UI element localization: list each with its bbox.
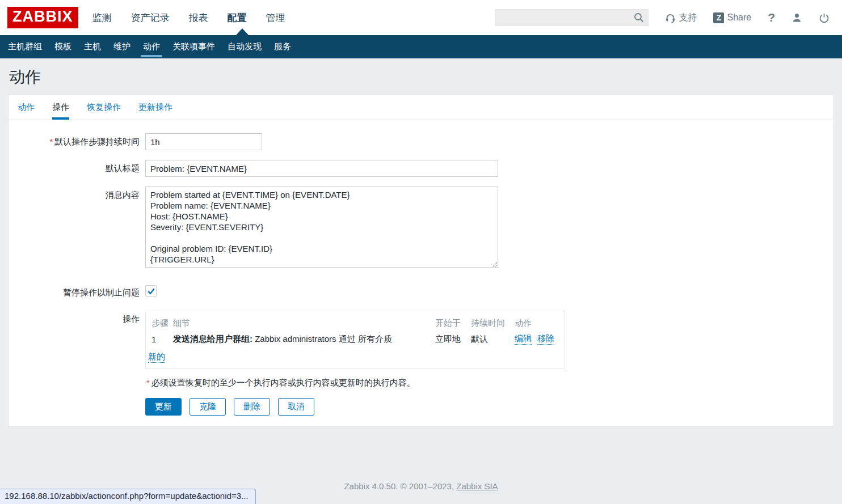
- delete-button[interactable]: 删除: [234, 398, 270, 416]
- pause-checkbox[interactable]: [145, 285, 157, 297]
- col-details: 细节: [173, 318, 435, 329]
- menu-item-inventory[interactable]: 资产记录: [131, 11, 170, 24]
- subnav-item-actions[interactable]: 动作: [143, 35, 160, 58]
- support-label: 支持: [679, 12, 697, 24]
- menu-item-reports[interactable]: 报表: [189, 11, 208, 24]
- col-duration: 持续时间: [471, 318, 515, 329]
- header-right-tools: 支持 Z Share ?: [495, 9, 830, 26]
- operation-details-type: 发送消息给用户群组:: [173, 334, 252, 344]
- row-message-content: 消息内容 Problem started at {EVENT.TIME} on …: [9, 187, 833, 269]
- search-input[interactable]: [495, 9, 649, 26]
- subnav-item-services[interactable]: 服务: [274, 35, 291, 58]
- message-content-label: 消息内容: [9, 187, 140, 204]
- row-pause-operations: 暂停操作以制止问题: [9, 284, 833, 301]
- pause-operations-label: 暂停操作以制止问题: [9, 284, 140, 301]
- power-icon: [819, 12, 830, 23]
- row-default-subject: 默认标题: [9, 160, 833, 177]
- share-label: Share: [727, 12, 751, 23]
- form-buttons: 更新 克隆 删除 取消: [145, 398, 833, 416]
- required-mark: *: [146, 378, 150, 387]
- footer-text: Zabbix 4.0.50. © 2001–2023,: [344, 481, 456, 491]
- share-link[interactable]: Z Share: [713, 12, 751, 23]
- operation-new-link[interactable]: 新的: [148, 351, 165, 363]
- clone-button[interactable]: 克隆: [190, 398, 226, 416]
- check-icon: [147, 287, 155, 295]
- default-subject-label: 默认标题: [9, 160, 140, 177]
- update-button[interactable]: 更新: [145, 398, 182, 416]
- logout-button[interactable]: [819, 12, 830, 23]
- headset-icon: [665, 12, 676, 23]
- zabbix-share-icon: Z: [713, 12, 724, 23]
- default-subject-input[interactable]: [145, 160, 498, 177]
- tab-action[interactable]: 动作: [18, 95, 35, 120]
- menu-item-monitoring[interactable]: 监测: [92, 11, 112, 24]
- page-title: 动作: [0, 58, 842, 95]
- default-step-duration-label: *默认操作步骤持续时间: [9, 133, 140, 150]
- browser-status-url: 192.168.88.10/zabbix/actionconf.php?form…: [0, 489, 256, 504]
- tab-recovery-operations[interactable]: 恢复操作: [87, 95, 121, 120]
- menu-item-configuration[interactable]: 配置: [228, 11, 247, 24]
- default-step-duration-input[interactable]: [145, 133, 262, 150]
- col-action: 动作: [515, 318, 559, 329]
- operations-form: *默认操作步骤持续时间 默认标题 消息内容 Problem started at…: [9, 120, 833, 416]
- operation-start-in: 立即地: [435, 334, 471, 345]
- cancel-button[interactable]: 取消: [278, 398, 314, 416]
- operations-header-row: 步骤 细节 开始于 持续时间 动作: [151, 316, 559, 331]
- action-form-panel: 动作 操作 恢复操作 更新操作 *默认操作步骤持续时间 默认标题 消息内容 Pr…: [8, 95, 834, 427]
- subnav-item-event-correlation[interactable]: 关联项事件: [172, 35, 215, 58]
- operation-step: 1: [151, 334, 173, 344]
- tab-operations[interactable]: 操作: [52, 95, 69, 120]
- operations-table: 步骤 细节 开始于 持续时间 动作 1 发送消息给用户群组: Zabbix ad…: [145, 311, 565, 369]
- operation-row: 1 发送消息给用户群组: Zabbix administrators 通过 所有…: [151, 331, 559, 348]
- help-button[interactable]: ?: [768, 11, 775, 24]
- row-operations-table: 操作 步骤 细节 开始于 持续时间 动作 1 发送消息给用户群组: Zabbix…: [9, 311, 833, 369]
- row-default-step-duration: *默认操作步骤持续时间: [9, 133, 833, 150]
- operation-remove-link[interactable]: 移除: [537, 333, 554, 345]
- search-box: [495, 9, 649, 26]
- subnav-item-templates[interactable]: 模板: [54, 35, 71, 58]
- top-header: ZABBIX 监测 资产记录 报表 配置 管理 支持 Z Share: [0, 0, 842, 35]
- subnav-item-discovery[interactable]: 自动发现: [228, 35, 262, 58]
- form-tabbar: 动作 操作 恢复操作 更新操作: [9, 95, 833, 120]
- user-icon: [792, 12, 802, 23]
- tab-update-operations[interactable]: 更新操作: [138, 95, 172, 120]
- operation-details: 发送消息给用户群组: Zabbix administrators 通过 所有介质: [173, 334, 435, 345]
- operations-label: 操作: [9, 311, 140, 328]
- operation-edit-link[interactable]: 编辑: [515, 333, 532, 345]
- required-mark: *: [49, 137, 53, 146]
- zabbix-logo[interactable]: ZABBIX: [7, 7, 78, 28]
- profile-button[interactable]: [792, 12, 802, 23]
- subnav-item-host-groups[interactable]: 主机群组: [8, 35, 42, 58]
- col-step: 步骤: [151, 318, 173, 329]
- footer-zabbix-sia-link[interactable]: Zabbix SIA: [456, 481, 498, 491]
- search-icon[interactable]: [633, 12, 645, 23]
- col-start-in: 开始于: [435, 318, 471, 329]
- support-link[interactable]: 支持: [665, 12, 697, 24]
- required-note: *必须设置恢复时的至少一个执行内容或执行内容或更新时的执行内容。: [146, 378, 833, 388]
- config-subnav: 主机群组 模板 主机 维护 动作 关联项事件 自动发现 服务: [0, 35, 842, 58]
- menu-item-administration[interactable]: 管理: [266, 11, 285, 24]
- subnav-item-maintenance[interactable]: 维护: [113, 35, 130, 58]
- subnav-caret: [236, 28, 249, 35]
- main-menu: 监测 资产记录 报表 配置 管理: [92, 11, 285, 24]
- message-content-textarea[interactable]: Problem started at {EVENT.TIME} on {EVEN…: [145, 187, 498, 268]
- operation-duration: 默认: [471, 334, 515, 345]
- subnav-item-hosts[interactable]: 主机: [84, 35, 101, 58]
- operation-details-target: Zabbix administrators 通过 所有介质: [252, 334, 392, 344]
